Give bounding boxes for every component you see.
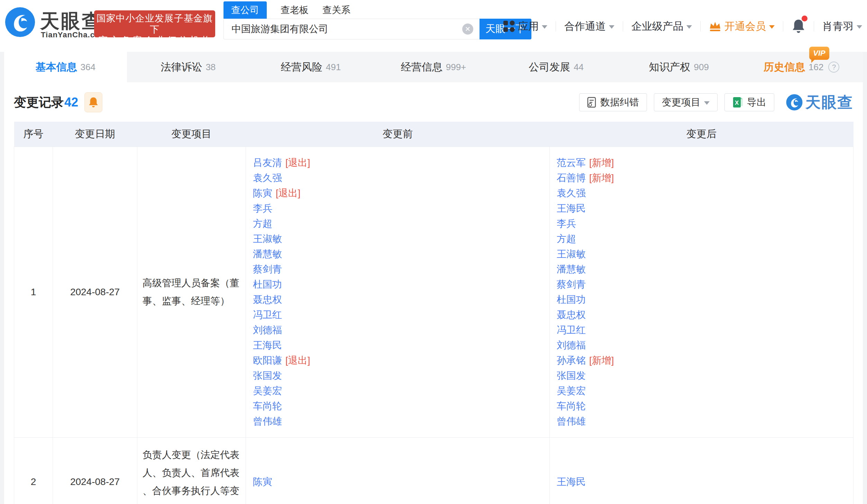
search-tab-boss[interactable]: 查老板 [281, 1, 309, 19]
person-link[interactable]: 陈寅 [253, 188, 272, 198]
menu-coop-label: 合作通道 [564, 19, 606, 34]
notification-bell-icon[interactable] [792, 18, 805, 34]
person-link[interactable]: 欧阳谦 [253, 355, 282, 366]
change-tag: [新增] [589, 157, 614, 168]
nav-tab-1[interactable]: 基本信息364 [4, 52, 127, 82]
name-line: 张国发 [253, 368, 542, 383]
name-line: 李兵 [253, 201, 542, 216]
nav-tab-4[interactable]: 经营信息999+ [372, 52, 495, 82]
person-link[interactable]: 曾伟雄 [253, 416, 282, 427]
person-link[interactable]: 方超 [557, 233, 576, 244]
nav-tab-count: 364 [81, 62, 95, 72]
subscribe-bell-button[interactable] [84, 92, 102, 112]
person-link[interactable]: 曾伟雄 [557, 416, 586, 427]
data-correction-button[interactable]: 数据纠错 [579, 93, 647, 111]
person-link[interactable]: 吴姜宏 [557, 385, 586, 396]
nav-tab-count: 44 [574, 62, 584, 72]
person-link[interactable]: 潘慧敏 [253, 249, 282, 259]
person-link[interactable]: 陈寅 [253, 476, 272, 487]
nav-tab-7[interactable]: 历史信息162VIP? [740, 52, 863, 82]
change-item-filter-label: 变更项目 [662, 96, 701, 109]
person-link[interactable]: 范云军 [557, 157, 586, 168]
data-correction-label: 数据纠错 [600, 96, 639, 109]
person-link[interactable]: 王淑敏 [557, 249, 586, 259]
person-link[interactable]: 聂忠权 [253, 294, 282, 305]
divider [783, 21, 783, 31]
person-link[interactable]: 方超 [253, 218, 272, 229]
divider [623, 21, 623, 31]
export-button[interactable]: X 导出 [724, 93, 774, 111]
name-line: 杜国功 [557, 292, 846, 307]
person-link[interactable]: 王淑敏 [253, 233, 282, 244]
content-area: 变更记录 42 数据纠错 [4, 82, 863, 504]
nav-tab-5[interactable]: 公司发展44 [495, 52, 618, 82]
person-link[interactable]: 王海民 [253, 340, 282, 351]
search-tab-relation[interactable]: 查关系 [322, 1, 350, 19]
name-line: 张国发 [557, 368, 846, 383]
person-link[interactable]: 冯卫红 [557, 325, 586, 335]
tianyancha-logo-icon[interactable] [5, 7, 35, 37]
menu-item-vip[interactable]: 开通会员 [709, 19, 775, 34]
clear-search-icon[interactable]: ✕ [462, 24, 473, 35]
name-line: 刘德福 [253, 323, 542, 338]
person-link[interactable]: 袁久强 [557, 188, 586, 198]
nav-tab-3[interactable]: 经营风险491 [249, 52, 372, 82]
search-tab-company[interactable]: 查公司 [223, 1, 267, 19]
help-icon[interactable]: ? [828, 62, 839, 73]
page: 天眼查 TianYanCha.com 国家中小企业发展子基金旗下 官方备案企业征… [0, 0, 867, 504]
person-link[interactable]: 杜国功 [253, 279, 282, 290]
name-line: 陈寅[退出] [253, 186, 542, 201]
person-link[interactable]: 吴姜宏 [253, 385, 282, 396]
person-link[interactable]: 冯卫红 [253, 309, 282, 320]
tianyancha-watermark-icon [786, 94, 803, 111]
name-line: 王海民 [253, 338, 542, 353]
name-line: 冯卫红 [557, 323, 846, 338]
person-link[interactable]: 刘德福 [557, 340, 586, 351]
nav-tab-6[interactable]: 知识产权909 [618, 52, 740, 82]
nav-tab-count: 999+ [446, 62, 466, 72]
section-toolbar: 数据纠错 变更项目 X 导出 [579, 92, 853, 113]
nav-tab-count: 38 [206, 62, 216, 72]
person-link[interactable]: 聂忠权 [557, 309, 586, 320]
chevron-down-icon [857, 25, 862, 29]
menu-item-user[interactable]: 肖青羽 [822, 19, 862, 34]
chevron-down-icon [609, 25, 614, 29]
chevron-down-icon [769, 25, 775, 29]
menu-vip-label: 开通会员 [724, 19, 766, 34]
menu-item-coop[interactable]: 合作通道 [564, 19, 614, 34]
watermark: 天眼查 [786, 92, 853, 113]
person-link[interactable]: 杜国功 [557, 294, 586, 305]
person-link[interactable]: 张国发 [253, 370, 282, 381]
search-input[interactable] [223, 19, 480, 39]
person-link[interactable]: 吕友清 [253, 157, 282, 168]
person-link[interactable]: 车尚轮 [557, 401, 586, 411]
name-line: 车尚轮 [253, 399, 542, 414]
nav-tab-count-wrap: 38 [206, 62, 216, 73]
menu-item-enterprise[interactable]: 企业级产品 [631, 19, 692, 34]
person-link[interactable]: 潘慧敏 [557, 264, 586, 274]
change-item-cell: 负责人变更（法定代表人、负责人、首席代表、合伙事务执行人等变更） [137, 437, 246, 504]
person-link[interactable]: 刘德福 [253, 325, 282, 335]
person-link[interactable]: 袁久强 [253, 172, 282, 183]
excel-icon: X [732, 96, 743, 108]
person-link[interactable]: 蔡剑青 [557, 279, 586, 290]
person-link[interactable]: 蔡剑青 [253, 264, 282, 274]
nav-tab-count: 162 [809, 62, 823, 72]
section-title: 变更记录 [14, 94, 64, 111]
app-grid-icon [503, 20, 515, 32]
nav-tab-2[interactable]: 法律诉讼38 [127, 52, 250, 82]
name-line: 王海民 [557, 201, 846, 216]
person-link[interactable]: 孙承铭 [557, 355, 586, 366]
person-link[interactable]: 李兵 [253, 203, 272, 214]
person-link[interactable]: 王海民 [557, 476, 586, 487]
person-link[interactable]: 王海民 [557, 203, 586, 214]
menu-item-apps[interactable]: 应用 [503, 19, 547, 34]
section-header: 变更记录 42 数据纠错 [14, 92, 853, 113]
change-date-cell: 2024-08-27 [53, 147, 137, 437]
person-link[interactable]: 李兵 [557, 218, 576, 229]
person-link[interactable]: 张国发 [557, 370, 586, 381]
person-link[interactable]: 车尚轮 [253, 401, 282, 411]
nav-tab-label: 历史信息 [764, 60, 805, 74]
person-link[interactable]: 石善博 [557, 172, 586, 183]
change-item-filter-button[interactable]: 变更项目 [654, 93, 718, 111]
